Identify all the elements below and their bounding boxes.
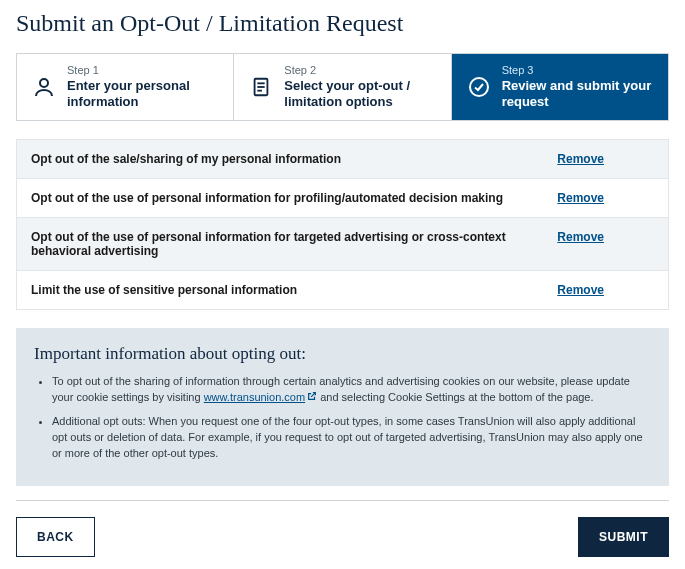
- remove-link[interactable]: Remove: [557, 230, 604, 244]
- optout-label: Limit the use of sensitive personal info…: [31, 283, 545, 297]
- optout-row: Opt out of the use of personal informati…: [17, 179, 668, 218]
- optout-label: Opt out of the use of personal informati…: [31, 230, 545, 258]
- step-2-title: Select your opt-out / limitation options: [284, 78, 436, 111]
- step-1-num: Step 1: [67, 64, 219, 78]
- info-box: Important information about opting out: …: [16, 328, 669, 486]
- optout-row: Limit the use of sensitive personal info…: [17, 271, 668, 309]
- step-3-num: Step 3: [502, 64, 654, 78]
- divider: [16, 500, 669, 501]
- user-icon: [31, 74, 57, 100]
- step-3-title: Review and submit your request: [502, 78, 654, 111]
- optout-row: Opt out of the use of personal informati…: [17, 218, 668, 271]
- step-2[interactable]: Step 2 Select your opt-out / limitation …: [234, 54, 451, 120]
- info-bullet-1: To opt out of the sharing of information…: [52, 374, 651, 406]
- remove-link[interactable]: Remove: [557, 191, 604, 205]
- remove-link[interactable]: Remove: [557, 283, 604, 297]
- step-3[interactable]: Step 3 Review and submit your request: [452, 54, 668, 120]
- info-heading: Important information about opting out:: [34, 344, 651, 364]
- action-bar: BACK SUBMIT: [16, 517, 669, 557]
- document-icon: [248, 74, 274, 100]
- info-bullet-2: Additional opt outs: When you request on…: [52, 414, 651, 462]
- back-button[interactable]: BACK: [16, 517, 95, 557]
- remove-link[interactable]: Remove: [557, 152, 604, 166]
- optout-row: Opt out of the sale/sharing of my person…: [17, 140, 668, 179]
- step-1-title: Enter your personal information: [67, 78, 219, 111]
- optout-label: Opt out of the sale/sharing of my person…: [31, 152, 545, 166]
- page-title: Submit an Opt-Out / Limitation Request: [16, 10, 669, 37]
- stepper: Step 1 Enter your personal information S…: [16, 53, 669, 121]
- submit-button[interactable]: SUBMIT: [578, 517, 669, 557]
- svg-point-5: [470, 78, 488, 96]
- transunion-link[interactable]: www.transunion.com: [204, 391, 306, 403]
- optout-label: Opt out of the use of personal informati…: [31, 191, 545, 205]
- svg-point-0: [40, 79, 48, 87]
- check-circle-icon: [466, 74, 492, 100]
- optout-list: Opt out of the sale/sharing of my person…: [16, 139, 669, 310]
- step-1[interactable]: Step 1 Enter your personal information: [17, 54, 234, 120]
- step-2-num: Step 2: [284, 64, 436, 78]
- external-link-icon: [307, 390, 317, 406]
